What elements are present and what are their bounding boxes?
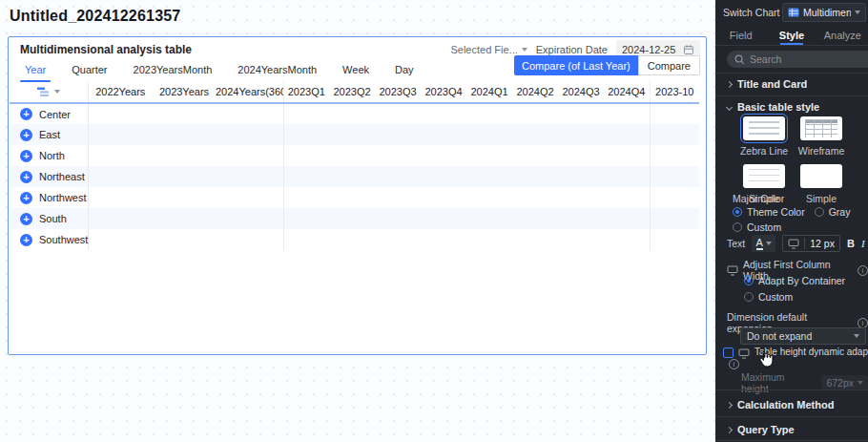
expand-plus-icon[interactable]: + [20,129,32,141]
expand-plus-icon[interactable]: + [20,192,32,204]
table-cell [604,187,650,208]
divider [715,389,868,390]
table-cell [216,187,283,208]
table-cell [216,103,283,124]
search-icon [734,54,745,65]
search-input[interactable] [750,53,868,65]
radio-gray[interactable]: Gray [815,206,851,218]
maximum-height-dropdown[interactable]: 672px [821,375,868,390]
expand-plus-icon[interactable]: + [20,171,32,183]
settings-sidebar: Switch Chart Multidimen... Field Style A… [715,0,868,442]
analysis-card: Multidimensional analysis table Selected… [8,36,707,355]
divider [715,73,868,74]
maximum-height-label: Maximum height [741,371,814,394]
table-cell [88,229,153,250]
corner-header-cell [10,81,88,103]
radio-theme-color[interactable]: Theme Color [733,206,805,218]
table-cell [421,229,466,250]
table-cell [466,208,512,229]
column-header: 2023Q3 [375,81,421,103]
compare-last-year-button[interactable]: Compare (of Last Year) [514,55,638,75]
table-cell [88,208,153,229]
table-row: +North [10,145,699,166]
table-cell [650,103,699,124]
radio-custom-color[interactable]: Custom [733,221,781,233]
chevron-down-icon[interactable] [54,90,60,94]
row-header-cell: +North [10,145,88,166]
radio-adapt-by-container[interactable]: Adapt By Container [744,275,845,286]
tab-quarter[interactable]: Quarter [72,64,107,75]
table-cell [604,229,650,250]
column-header: 2023Years [153,81,216,103]
table-cell [329,208,375,229]
tab-field[interactable]: Field [715,25,766,45]
table-header-row: 2022Years 2023Years 2024Years(360Day) 20… [10,81,699,103]
period-tabs: Year Quarter 2023YearsMonth 2024YearsMon… [25,58,414,81]
major-color-options-2: Custom [715,221,868,233]
font-color-button[interactable]: A [752,235,775,252]
tab-2024yearsmonth[interactable]: 2024YearsMonth [238,64,317,75]
display-icon [727,265,738,276]
table-cell [558,187,604,208]
table-cell [558,166,604,187]
tab-week[interactable]: Week [342,64,369,75]
radio-custom-width[interactable]: Custom [744,291,793,303]
search-input-wrap[interactable] [727,51,868,68]
chart-type-select[interactable]: Multidimen... [782,3,866,22]
table-cell [329,145,375,166]
section-basic-table-style[interactable]: Basic table style [715,99,868,115]
column-header: 2023Q1 [283,81,329,103]
column-header: 2024Q1 [466,81,512,103]
row-header-cell: +Northeast [10,166,88,187]
style-option-label: Zebra Line [740,145,788,157]
tab-year[interactable]: Year [25,64,46,75]
table-height-checkbox[interactable] [723,347,734,358]
column-header: 2023Q2 [329,81,375,103]
radio-label: Custom [747,221,781,233]
table-cell [558,124,604,145]
table-row: +South [10,208,699,229]
section-title-and-card[interactable]: Title and Card [715,76,868,92]
tab-2023yearsmonth[interactable]: 2023YearsMonth [134,64,213,75]
hierarchy-icon[interactable] [37,87,50,97]
tab-style[interactable]: Style [766,25,816,45]
section-query-type[interactable]: Query Type [715,421,868,438]
italic-button[interactable]: I [861,238,865,249]
row-header-cell: +Center [10,103,88,124]
expiration-date-value[interactable] [622,44,683,55]
table-cell [421,145,466,166]
expand-plus-icon[interactable]: + [20,150,32,162]
table-cell [421,208,466,229]
dimension-expansion-dropdown[interactable]: Do not expand [740,327,866,345]
style-option-zebra-line[interactable]: Zebra Line [742,116,786,157]
row-label: North [39,150,65,161]
expand-plus-icon[interactable]: + [20,213,32,225]
divider [715,440,868,441]
style-option-label: Wireframe [798,145,844,157]
info-icon[interactable]: i [858,265,868,276]
compare-button[interactable]: Compare [638,55,700,75]
font-color-letter: A [756,238,763,250]
table-row: +East [10,124,699,145]
column-header: 2024Years(360Day) [216,81,283,103]
info-icon[interactable]: i [858,318,868,328]
table-cell [604,145,650,166]
selected-field-dropdown[interactable]: Selected Fie... [450,44,527,55]
info-icon[interactable]: i [729,359,739,369]
column-header: 2024Q2 [512,81,558,103]
style-option-wireframe[interactable]: Wireframe [799,116,843,157]
tab-analyze[interactable]: Analyze [817,25,868,45]
chevron-down-icon [726,103,733,110]
expand-plus-icon[interactable]: + [20,234,32,246]
row-header-cell: +South [10,208,88,229]
table-cell [604,208,650,229]
table-cell [88,124,153,145]
table-cell [604,166,650,187]
section-label: Calculation Method [737,399,834,410]
section-calculation-method[interactable]: Calculation Method [715,396,868,413]
bold-button[interactable]: B [847,238,855,249]
tab-day[interactable]: Day [395,64,414,75]
font-size-control[interactable]: 12 px [782,235,840,252]
table-cell [375,187,421,208]
expand-plus-icon[interactable]: + [20,108,32,120]
